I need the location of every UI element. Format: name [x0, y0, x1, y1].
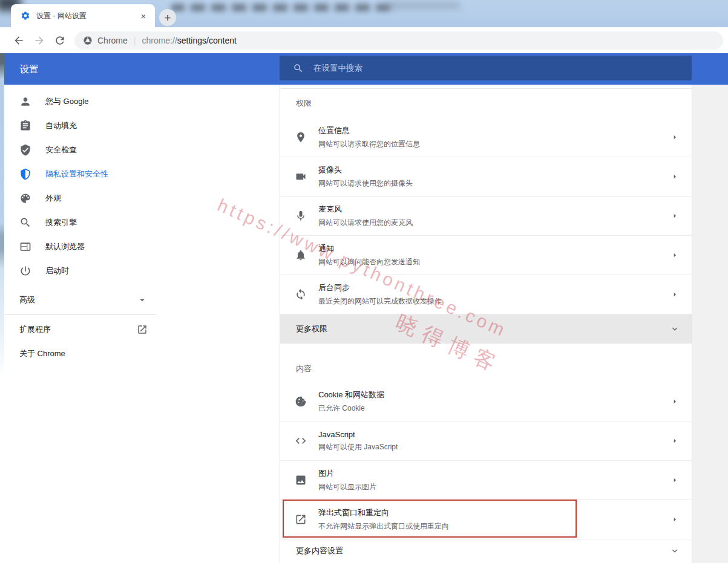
back-icon[interactable] [13, 34, 25, 47]
sidebar-item-safety-check[interactable]: 安全检查 [5, 138, 156, 162]
row-subtitle: 不允许网站显示弹出式窗口或使用重定向 [318, 521, 449, 532]
sidebar-item-you-and-google[interactable]: 您与 Google [5, 89, 156, 114]
microphone-icon [295, 210, 307, 222]
sidebar-item-on-startup[interactable]: 启动时 [5, 259, 156, 283]
sidebar-item-label: 搜索引擎 [45, 217, 77, 228]
row-title: JavaScript [318, 430, 398, 439]
chevron-right-icon [670, 397, 680, 406]
section-spacer [280, 343, 692, 356]
power-icon [19, 265, 31, 277]
reload-icon[interactable] [54, 34, 66, 47]
sidebar-item-extensions[interactable]: 扩展程序 [5, 317, 156, 342]
chevron-right-icon [670, 475, 680, 485]
person-icon [19, 96, 31, 108]
sidebar-item-appearance[interactable]: 外观 [5, 186, 156, 210]
privacy-shield-icon [19, 168, 31, 180]
chevron-right-icon [670, 290, 680, 299]
settings-search-input[interactable]: 在设置中搜索 [280, 56, 692, 80]
row-subtitle: 网站可以请求取得您的位置信息 [318, 139, 420, 149]
setting-row-camera[interactable]: 摄像头网站可以请求使用您的摄像头 [280, 157, 692, 197]
sidebar: 您与 Google 自动填充 安全检查 隐私设置和安全性 外观 [5, 89, 156, 366]
row-subtitle: 已允许 Cookie [318, 403, 384, 414]
sidebar-item-label: 自动填充 [45, 120, 77, 131]
row-title: 后台同步 [318, 282, 442, 293]
background-sync-icon [295, 288, 307, 301]
address-url-path: settings/content [177, 36, 237, 45]
address-bar[interactable]: Chrome | chrome:// settings/content [74, 31, 723, 50]
sidebar-item-label: 隐私设置和安全性 [45, 169, 108, 180]
chevron-right-icon [670, 436, 680, 446]
setting-row-microphone[interactable]: 麦克风网站可以请求使用您的麦克风 [280, 197, 692, 236]
tab-close-icon[interactable]: × [138, 10, 149, 21]
row-subtitle: 网站可以请求使用您的摄像头 [318, 178, 413, 189]
chrome-logo-icon [83, 36, 93, 45]
setting-row-location[interactable]: 位置信息网站可以请求取得您的位置信息 [280, 118, 692, 157]
safety-check-icon [19, 144, 31, 156]
chevron-down-icon [670, 324, 680, 334]
more-permissions-label: 更多权限 [296, 324, 327, 334]
row-subtitle: 网站可以询问能否向您发送通知 [318, 257, 420, 267]
sidebar-item-about-chrome[interactable]: 关于 Chrome [5, 342, 156, 366]
search-icon [293, 63, 304, 74]
row-title: 位置信息 [318, 125, 420, 136]
sidebar-advanced-expander[interactable]: 高级 [5, 288, 156, 312]
notifications-icon [295, 249, 307, 261]
chevron-right-icon [670, 515, 680, 524]
browser-tab[interactable]: 设置 - 网站设置 × [11, 4, 155, 27]
sidebar-item-search-engine[interactable]: 搜索引擎 [5, 210, 156, 235]
camera-icon [295, 171, 307, 183]
default-browser-icon [19, 241, 31, 253]
card-top-divider [280, 85, 692, 89]
sidebar-item-autofill[interactable]: 自动填充 [5, 114, 156, 138]
browser-window: 设置 - 网站设置 × + Chrome | chrome:// setting… [0, 0, 728, 563]
setting-row-javascript[interactable]: JavaScript网站可以使用 JavaScript [280, 421, 692, 461]
autofill-icon [19, 120, 31, 132]
setting-row-cookies[interactable]: Cookie 和网站数据已允许 Cookie [280, 382, 692, 421]
chevron-right-icon [670, 132, 680, 142]
cookie-icon [295, 395, 307, 408]
new-tab-button[interactable]: + [159, 9, 176, 26]
advanced-label: 高级 [19, 295, 35, 305]
sidebar-item-label: 外观 [45, 193, 61, 204]
row-title: 通知 [318, 243, 420, 254]
row-subtitle: 最近关闭的网站可以完成数据收发操作 [318, 296, 442, 307]
javascript-icon [295, 435, 307, 447]
blurred-background-text [171, 4, 396, 11]
popups-icon [295, 513, 307, 526]
search-engine-icon [19, 216, 31, 229]
sidebar-item-label: 您与 Google [45, 96, 89, 107]
sidebar-item-default-browser[interactable]: 默认浏览器 [5, 235, 156, 259]
location-icon [295, 131, 307, 143]
address-separator: | [134, 36, 136, 45]
settings-gear-favicon-icon [21, 11, 30, 21]
sidebar-item-label: 安全检查 [45, 145, 77, 155]
row-title: 弹出式窗口和重定向 [318, 507, 449, 518]
content-heading: 内容 [280, 356, 692, 382]
settings-header: 设置 在设置中搜索 [0, 53, 728, 85]
setting-row-popups-redirects[interactable]: 弹出式窗口和重定向不允许网站显示弹出式窗口或使用重定向 [280, 500, 692, 539]
site-settings-card: 权限 位置信息网站可以请求取得您的位置信息 摄像头网站可以请求使用您的摄像头 麦… [280, 85, 692, 563]
setting-row-notifications[interactable]: 通知网站可以询问能否向您发送通知 [280, 236, 692, 275]
setting-row-images[interactable]: 图片网站可以显示图片 [280, 461, 692, 500]
more-permissions-expander[interactable]: 更多权限 [280, 314, 692, 343]
extensions-label: 扩展程序 [19, 324, 51, 335]
forward-icon [33, 34, 45, 47]
permissions-heading: 权限 [280, 89, 692, 118]
navigation-bar: Chrome | chrome:// settings/content [0, 27, 728, 53]
sidebar-divider [5, 314, 156, 315]
search-placeholder: 在设置中搜索 [313, 63, 362, 74]
chevron-down-icon [137, 295, 148, 305]
chevron-right-icon [670, 211, 680, 221]
row-title: 摄像头 [318, 164, 413, 175]
sidebar-item-label: 启动时 [45, 265, 69, 276]
image-icon [295, 474, 307, 486]
row-title: Cookie 和网站数据 [318, 389, 384, 400]
setting-row-background-sync[interactable]: 后台同步最近关闭的网站可以完成数据收发操作 [280, 275, 692, 314]
row-title: 图片 [318, 468, 376, 479]
more-content-settings-expander[interactable]: 更多内容设置 [280, 539, 692, 562]
tab-title: 设置 - 网站设置 [36, 11, 138, 21]
background-window-edge [0, 53, 4, 380]
tab-strip: 设置 - 网站设置 × + [0, 0, 728, 27]
chevron-down-icon [670, 546, 680, 556]
sidebar-item-privacy-security[interactable]: 隐私设置和安全性 [5, 162, 156, 186]
